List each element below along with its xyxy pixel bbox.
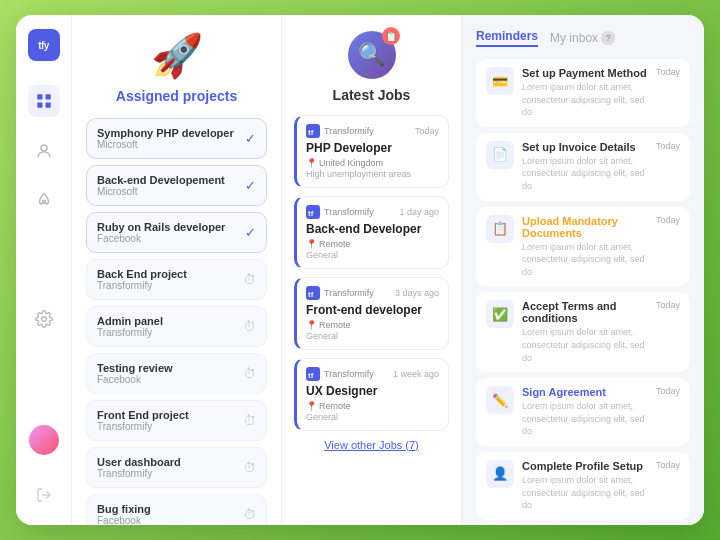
reminder-item[interactable]: ✏️ Sign Agreement Lorem ipsum dolor sit … <box>476 378 690 446</box>
sidebar: tfy <box>16 15 72 525</box>
job-time: 1 week ago <box>393 369 439 379</box>
view-other-jobs-link[interactable]: View other Jobs (7) <box>294 439 449 451</box>
project-item[interactable]: Ruby on Rails developer Facebook ✓ <box>86 212 267 253</box>
main-container: tfy 🚀 Assigned projects Symphony PHP dev… <box>16 15 704 525</box>
reminder-title: Set up Payment Method <box>522 67 648 79</box>
project-item[interactable]: Admin panel Transformify ⏱ <box>86 306 267 347</box>
project-name: Back End project <box>97 268 187 280</box>
svg-rect-3 <box>45 103 50 108</box>
project-name: Symphony PHP developer <box>97 127 234 139</box>
sidebar-icon-person[interactable] <box>28 135 60 167</box>
brand-logo: tf <box>306 367 320 381</box>
checkmark-icon: ✓ <box>245 178 256 193</box>
job-title: UX Designer <box>306 384 439 398</box>
sidebar-icon-rocket[interactable] <box>28 185 60 217</box>
svg-text:tf: tf <box>308 128 314 136</box>
clock-icon: ⏱ <box>243 366 256 381</box>
reminder-item[interactable]: 📋 Upload Mandatory Documents Lorem ipsum… <box>476 207 690 287</box>
location-pin-icon: 📍 <box>306 320 317 330</box>
job-card[interactable]: tf Transformify 3 days ago Front-end dev… <box>294 277 449 350</box>
job-time: 1 day ago <box>399 207 439 217</box>
avatar[interactable] <box>29 425 59 455</box>
content-area: 🚀 Assigned projects Symphony PHP develop… <box>72 15 704 525</box>
reminders-panel: Reminders My inbox ? 💳 Set up Payment Me… <box>462 15 704 525</box>
brand-logo: tf <box>306 205 320 219</box>
project-item[interactable]: User dashboard Transformify ⏱ <box>86 447 267 488</box>
project-info: User dashboard Transformify <box>97 456 181 479</box>
project-item[interactable]: Back-end Developement Microsoft ✓ <box>86 165 267 206</box>
reminder-title: Complete Profile Setup <box>522 460 648 472</box>
reminder-content: Set up Payment Method Lorem ipsum dolor … <box>522 67 648 119</box>
assigned-projects-title: Assigned projects <box>86 88 267 104</box>
reminder-time: Today <box>656 67 680 77</box>
project-info: Testing review Facebook <box>97 362 173 385</box>
reminder-title: Sign Agreement <box>522 386 648 398</box>
reminder-item[interactable]: 💳 Set up Payment Method Lorem ipsum dolo… <box>476 59 690 127</box>
tab-reminders[interactable]: Reminders <box>476 29 538 47</box>
clock-icon: ⏱ <box>243 460 256 475</box>
job-area: General <box>306 250 439 260</box>
reminder-item[interactable]: 📄 Set up Invoice Details Lorem ipsum dol… <box>476 133 690 201</box>
clock-icon: ⏱ <box>243 413 256 428</box>
job-title: Front-end developer <box>306 303 439 317</box>
reminder-icon: 📄 <box>486 141 514 169</box>
brand-name: Transformify <box>324 288 374 298</box>
project-item[interactable]: Bug fixing Facebook ⏱ <box>86 494 267 525</box>
reminders-header: Reminders My inbox ? <box>476 29 690 47</box>
svg-rect-2 <box>37 103 42 108</box>
assigned-projects-panel: 🚀 Assigned projects Symphony PHP develop… <box>72 15 282 525</box>
svg-text:tf: tf <box>308 290 314 298</box>
projects-list: Symphony PHP developer Microsoft ✓ Back-… <box>86 118 267 525</box>
reminder-content: Complete Profile Setup Lorem ipsum dolor… <box>522 460 648 512</box>
job-title: Back-end Developer <box>306 222 439 236</box>
reminder-time: Today <box>656 386 680 396</box>
reminder-icon: 📋 <box>486 215 514 243</box>
brand-logo: tf <box>306 286 320 300</box>
reminder-desc: Lorem ipsum dolor sit amet, consectetur … <box>522 81 648 119</box>
project-info: Bug fixing Facebook <box>97 503 151 525</box>
job-time: 3 days ago <box>395 288 439 298</box>
project-company: Facebook <box>97 515 151 525</box>
logout-icon[interactable] <box>28 479 60 511</box>
reminder-item[interactable]: 👤 Complete Profile Setup Lorem ipsum dol… <box>476 452 690 520</box>
reminder-content: Sign Agreement Lorem ipsum dolor sit ame… <box>522 386 648 438</box>
location-pin-icon: 📍 <box>306 158 317 168</box>
job-card[interactable]: tf Transformify 1 day ago Back-end Devel… <box>294 196 449 269</box>
project-name: User dashboard <box>97 456 181 468</box>
latest-jobs-title: Latest Jobs <box>294 87 449 103</box>
checkmark-icon: ✓ <box>245 131 256 146</box>
project-item[interactable]: Back End project Transformify ⏱ <box>86 259 267 300</box>
project-info: Admin panel Transformify <box>97 315 163 338</box>
brand-name: Transformify <box>324 207 374 217</box>
job-location: 📍 Remote <box>306 401 439 411</box>
job-location: 📍 Remote <box>306 239 439 249</box>
reminder-time: Today <box>656 300 680 310</box>
job-card[interactable]: tf Transformify Today PHP Developer 📍 Un… <box>294 115 449 188</box>
project-company: Microsoft <box>97 186 225 197</box>
sidebar-icon-settings[interactable] <box>28 303 60 335</box>
reminder-icon: 👤 <box>486 460 514 488</box>
jobs-illustration: 🔍 📋 <box>294 31 449 79</box>
job-location: 📍 United Kingdom <box>306 158 439 168</box>
reminder-title: Set up Invoice Details <box>522 141 648 153</box>
sidebar-icon-grid[interactable] <box>28 85 60 117</box>
svg-point-6 <box>41 317 46 322</box>
project-name: Bug fixing <box>97 503 151 515</box>
latest-jobs-panel: 🔍 📋 Latest Jobs tf Transformify Today PH… <box>282 15 462 525</box>
job-meta: tf Transformify 1 week ago <box>306 367 439 381</box>
project-item[interactable]: Symphony PHP developer Microsoft ✓ <box>86 118 267 159</box>
tab-inbox[interactable]: My inbox ? <box>550 31 615 45</box>
project-item[interactable]: Testing review Facebook ⏱ <box>86 353 267 394</box>
job-title: PHP Developer <box>306 141 439 155</box>
job-meta: tf Transformify 3 days ago <box>306 286 439 300</box>
project-name: Admin panel <box>97 315 163 327</box>
app-logo: tfy <box>28 29 60 61</box>
project-company: Transformify <box>97 468 181 479</box>
job-meta: tf Transformify Today <box>306 124 439 138</box>
reminder-time: Today <box>656 215 680 225</box>
job-area: General <box>306 412 439 422</box>
reminder-item[interactable]: ✅ Accept Terms and conditions Lorem ipsu… <box>476 292 690 372</box>
job-card[interactable]: tf Transformify 1 week ago UX Designer 📍… <box>294 358 449 431</box>
project-item[interactable]: Front End project Transformify ⏱ <box>86 400 267 441</box>
project-name: Front End project <box>97 409 189 421</box>
